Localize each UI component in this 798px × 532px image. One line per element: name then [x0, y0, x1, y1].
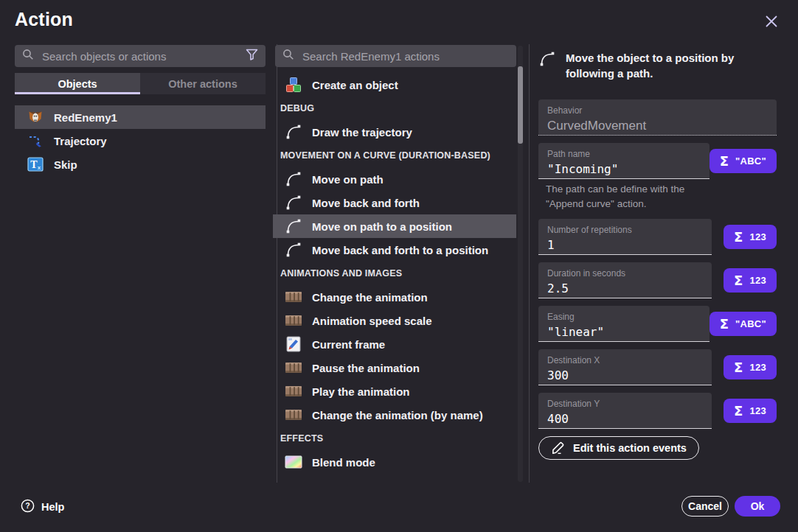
sigma-icon: Σ [734, 405, 743, 418]
field-destination-x[interactable]: Destination X300 [538, 349, 712, 385]
objects-search-input[interactable] [41, 49, 239, 63]
field-destination-y[interactable]: Destination Y400 [538, 393, 712, 429]
actions-list: Create an objectDEBUGDraw the trajectory… [273, 73, 516, 474]
filter-icon[interactable] [246, 49, 258, 63]
action-row[interactable]: Play the animation [273, 379, 516, 403]
field-label: Easing [547, 312, 701, 322]
object-row-redenemy1[interactable]: RedEnemy1 [15, 105, 266, 129]
bezier-curve-icon [285, 194, 302, 211]
film-strip-icon [285, 359, 302, 377]
text-object-icon: Tx [27, 155, 44, 173]
expression-type-label: 123 [749, 231, 766, 242]
field-label: Destination X [547, 355, 703, 365]
action-label: Change the animation [312, 291, 428, 304]
field-behavior: BehaviorCurvedMovement [538, 99, 777, 136]
expression-type-label: "ABC" [735, 318, 766, 329]
tab-other-actions[interactable]: Other actions [140, 73, 266, 94]
field-label: Path name [547, 149, 701, 159]
bezier-curve-icon [285, 241, 302, 259]
edit-events-label: Edit this action events [573, 442, 687, 454]
sigma-icon: Σ [720, 155, 729, 168]
tab-objects[interactable]: Objects [15, 73, 140, 94]
action-row[interactable]: Animation speed scale [273, 309, 516, 332]
expression-builder-button-repetitions[interactable]: Σ123 [724, 225, 777, 249]
edit-action-events-button[interactable]: Edit this action events [538, 436, 699, 460]
action-row[interactable]: Draw the trajectory [273, 120, 516, 144]
field-value[interactable]: 400 [547, 412, 703, 426]
bezier-curve-icon [285, 170, 302, 188]
field-value[interactable]: 2.5 [547, 281, 703, 295]
trajectory-curve-icon [27, 132, 44, 150]
field-label: Destination Y [547, 399, 703, 409]
action-row[interactable]: Pause the animation [273, 356, 516, 379]
helper-line: The path can be define with the [546, 182, 777, 197]
frame-editor-icon [285, 335, 302, 353]
page-title: Action [15, 9, 73, 30]
field-duration[interactable]: Duration in seconds2.5 [538, 262, 712, 298]
close-icon [764, 14, 779, 31]
action-row[interactable]: Change the animation (by name) [273, 403, 516, 427]
sigma-icon: Σ [734, 274, 743, 287]
action-label: Move back and forth [312, 197, 420, 209]
film-strip-icon [285, 406, 302, 424]
action-row[interactable]: Current frame [273, 332, 516, 356]
helper-line: "Append curve" action. [546, 197, 777, 211]
scrollbar-thumb[interactable] [518, 66, 523, 144]
action-label: Create an object [312, 79, 398, 91]
field-value[interactable]: 1 [547, 238, 703, 252]
field-value[interactable]: "linear" [547, 325, 701, 339]
action-label: Animation speed scale [312, 315, 432, 327]
action-label: Move back and forth to a position [312, 244, 488, 256]
action-label: Play the animation [312, 385, 410, 398]
section-header: ANIMATIONS AND IMAGES [273, 262, 516, 285]
film-strip-icon [285, 288, 302, 306]
action-label: Blend mode [312, 456, 375, 469]
action-row[interactable]: Change the animation [273, 285, 516, 309]
action-label: Change the animation (by name) [312, 409, 483, 421]
object-row-skip[interactable]: TxSkip [15, 153, 266, 176]
ok-button[interactable]: Ok [735, 496, 780, 517]
field-row-destination-x: Destination X300Σ123 [538, 349, 777, 385]
field-row-easing: Easing"linear"Σ"ABC" [538, 306, 777, 342]
field-repetitions[interactable]: Number of repetitions1 [538, 219, 712, 255]
help-label: Help [41, 501, 64, 513]
cancel-button[interactable]: Cancel [681, 496, 729, 517]
object-label: Trajectory [54, 135, 107, 147]
section-header: DEBUG [273, 97, 516, 120]
parameter-fields: BehaviorCurvedMovementPath name"Incoming… [538, 99, 777, 460]
actions-search-box[interactable] [275, 45, 516, 67]
action-row[interactable]: Blend mode [273, 450, 516, 474]
action-label: Current frame [312, 338, 385, 351]
close-button[interactable] [762, 13, 781, 32]
action-row[interactable]: Move back and forth [273, 191, 516, 214]
object-tabs: ObjectsOther actions [15, 73, 266, 94]
action-row[interactable]: Move on path to a position [273, 214, 516, 238]
expression-builder-button-destination-x[interactable]: Σ123 [724, 355, 777, 379]
field-path-name[interactable]: Path name"Incoming" [538, 143, 709, 179]
field-value[interactable]: 300 [547, 368, 703, 382]
field-easing[interactable]: Easing"linear" [538, 306, 709, 342]
expression-builder-button-destination-y[interactable]: Σ123 [724, 399, 777, 423]
action-row[interactable]: Create an object [273, 73, 516, 97]
action-label: Pause the animation [312, 362, 420, 374]
help-button[interactable]: ? Help [21, 499, 64, 515]
svg-text:?: ? [25, 501, 30, 510]
actions-search-input[interactable] [301, 49, 509, 63]
expression-builder-button-duration[interactable]: Σ123 [724, 268, 777, 293]
field-row-duration: Duration in seconds2.5Σ123 [538, 262, 777, 298]
object-row-trajectory[interactable]: Trajectory [15, 129, 266, 153]
film-strip-icon [285, 312, 302, 329]
expression-builder-button-easing[interactable]: Σ"ABC" [709, 312, 777, 336]
search-icon [22, 49, 34, 63]
action-row[interactable]: Move on path [273, 167, 516, 191]
expression-builder-button-path-name[interactable]: Σ"ABC" [709, 149, 777, 173]
objects-search-box[interactable] [15, 45, 266, 67]
action-row[interactable]: Move back and forth to a position [273, 238, 516, 262]
field-value[interactable]: "Incoming" [547, 162, 701, 176]
expression-type-label: 123 [749, 275, 766, 286]
field-label: Behavior [547, 105, 768, 116]
description-text: Move the object to a position by followi… [566, 50, 777, 81]
pencil-icon [551, 441, 566, 456]
action-label: Move on path [312, 173, 384, 186]
action-description: Move the object to a position by followi… [538, 50, 779, 81]
